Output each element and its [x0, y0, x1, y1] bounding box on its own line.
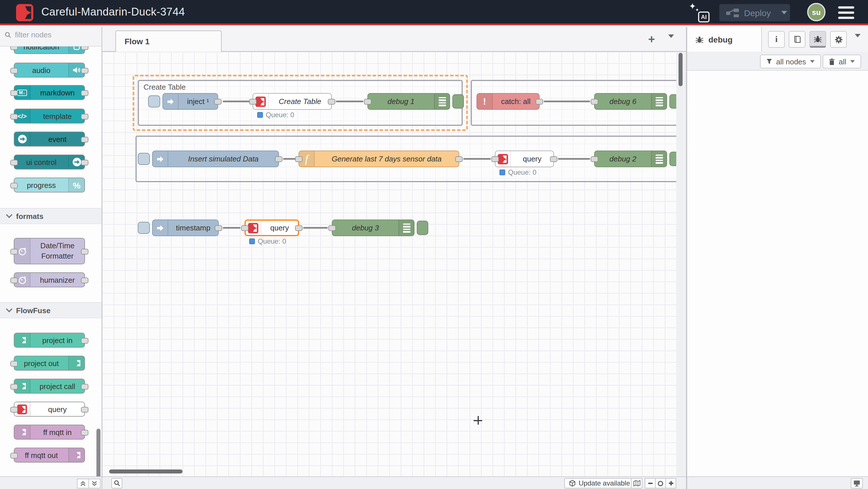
- node-create-table-query[interactable]: Create Table: [253, 93, 332, 110]
- node-debug-2[interactable]: debug 2: [594, 150, 667, 167]
- book-icon: [793, 35, 801, 44]
- input-port[interactable]: [364, 99, 371, 105]
- arrow-circle-icon: [14, 132, 30, 146]
- bug-icon: [813, 35, 822, 43]
- canvas-search-button[interactable]: [112, 478, 122, 488]
- input-port[interactable]: [249, 99, 257, 105]
- palette-footer: [0, 477, 102, 489]
- input-port[interactable]: [591, 99, 598, 105]
- zoom-in-button[interactable]: [665, 478, 676, 488]
- debug-toggle-button[interactable]: [417, 221, 428, 235]
- sidebar-tab-help-button[interactable]: [789, 31, 805, 48]
- palette-node-notification[interactable]: notification: [14, 47, 85, 54]
- main-menu-button[interactable]: [838, 6, 854, 19]
- palette-node-query[interactable]: query: [14, 402, 85, 416]
- minus-icon: [647, 480, 653, 486]
- open-window-button[interactable]: [851, 478, 863, 488]
- palette-node-template[interactable]: template </>: [14, 109, 85, 123]
- palette-node-progress[interactable]: progress %: [14, 177, 85, 193]
- ai-assistant-button[interactable]: ✦ ✦ AI: [689, 3, 710, 22]
- output-port[interactable]: [295, 225, 303, 231]
- node-debug-1[interactable]: debug 1: [367, 93, 450, 110]
- circle-icon: [657, 480, 663, 486]
- input-port[interactable]: [591, 156, 598, 162]
- palette-section-flowfuse[interactable]: FlowFuse: [0, 302, 102, 318]
- node-debug-3[interactable]: debug 3: [332, 220, 414, 236]
- input-port[interactable]: [329, 225, 336, 231]
- user-avatar[interactable]: su: [807, 3, 826, 21]
- palette-node-ui-control[interactable]: ui control: [14, 154, 85, 170]
- add-flow-button[interactable]: +: [645, 33, 658, 46]
- sidebar-tab-config-button[interactable]: [830, 31, 847, 48]
- wire[interactable]: [463, 158, 491, 160]
- sidebar-tab-debug[interactable]: debug: [687, 27, 762, 52]
- chevron-down-icon: [668, 34, 674, 48]
- input-port[interactable]: [241, 225, 249, 231]
- navigator-button[interactable]: [631, 478, 642, 488]
- gear-icon: [834, 35, 843, 44]
- output-port[interactable]: [536, 99, 543, 105]
- input-port[interactable]: [491, 156, 499, 162]
- sidebar-tab-info-button[interactable]: i: [768, 31, 785, 48]
- palette-collapse-all-button[interactable]: [77, 479, 89, 488]
- output-port[interactable]: [455, 156, 463, 162]
- palette-node-project-out[interactable]: project out: [14, 356, 85, 371]
- palette-expand-all-button[interactable]: [88, 479, 100, 488]
- palette-node-datetime-formatter[interactable]: Date/Time Formatter: [14, 238, 85, 264]
- flow-canvas[interactable]: Create Table inject ¹ Create Table Queue…: [102, 52, 686, 477]
- wire[interactable]: [223, 227, 241, 229]
- debug-toggle-button[interactable]: [453, 94, 464, 109]
- input-port[interactable]: [295, 156, 303, 162]
- palette-node-markdown[interactable]: markdown M↓: [14, 85, 85, 100]
- wire[interactable]: [544, 100, 590, 102]
- flowfuse-icon: [68, 448, 84, 462]
- output-port[interactable]: [328, 99, 335, 105]
- debug-filter-dropdown[interactable]: all nodes: [760, 55, 821, 68]
- palette-scrollbar[interactable]: [96, 429, 100, 477]
- node-inject-1[interactable]: inject ¹: [162, 93, 218, 110]
- palette-section-formats[interactable]: formats: [0, 208, 102, 224]
- palette-filter-input[interactable]: filter nodes: [5, 30, 51, 39]
- output-port[interactable]: [275, 156, 282, 162]
- output-port[interactable]: [215, 225, 222, 231]
- sidebar-tab-debug-button[interactable]: [809, 31, 826, 48]
- wire[interactable]: [558, 158, 590, 160]
- node-catch-all[interactable]: ! catch: all: [476, 93, 539, 110]
- output-port[interactable]: [550, 156, 557, 162]
- deploy-label: Deploy: [744, 8, 771, 18]
- canvas-vertical-scrollbar[interactable]: [679, 53, 683, 86]
- palette-node-ff-mqtt-out[interactable]: ff mqtt out: [14, 448, 85, 463]
- zoom-reset-button[interactable]: [655, 478, 666, 488]
- wire[interactable]: [223, 100, 253, 102]
- node-debug-6[interactable]: debug 6: [594, 93, 667, 110]
- node-timestamp[interactable]: timestamp: [152, 220, 219, 236]
- canvas-horizontal-scrollbar[interactable]: [109, 469, 183, 473]
- node-status: Queue: 0: [499, 168, 536, 176]
- debug-output-icon: [651, 151, 666, 167]
- flowfuse-icon: [14, 333, 30, 347]
- palette-node-ff-mqtt-in[interactable]: ff mqtt in: [14, 425, 85, 439]
- palette-node-project-in[interactable]: project in: [14, 333, 85, 348]
- inject-button[interactable]: [138, 153, 150, 165]
- tab-flow-1[interactable]: Flow 1: [115, 30, 222, 52]
- wire[interactable]: [303, 227, 328, 229]
- palette-node-event[interactable]: event: [14, 132, 85, 146]
- debug-clear-dropdown[interactable]: all: [823, 55, 861, 68]
- node-generate-function[interactable]: f Generate last 7 days sensor data: [299, 150, 459, 167]
- node-insert-simulated-data[interactable]: Insert simulated Data: [152, 150, 279, 167]
- node-query-selected[interactable]: query: [245, 220, 299, 236]
- inject-button[interactable]: [148, 95, 160, 108]
- deploy-button[interactable]: Deploy: [719, 4, 790, 21]
- wire[interactable]: [336, 100, 363, 102]
- update-available-button[interactable]: Update available: [564, 478, 634, 488]
- flow-list-button[interactable]: [668, 38, 674, 48]
- sidebar-menu-caret[interactable]: [855, 37, 861, 48]
- flowfuse-logo[interactable]: [16, 4, 33, 21]
- output-port[interactable]: [214, 99, 222, 105]
- palette-node-project-call[interactable]: project call: [14, 379, 85, 394]
- zoom-out-button[interactable]: [645, 478, 656, 488]
- palette-node-audio[interactable]: audio: [14, 63, 85, 78]
- palette-node-humanizer[interactable]: humanizer: [14, 272, 85, 287]
- node-query-mid[interactable]: query: [495, 150, 554, 167]
- inject-button[interactable]: [138, 222, 150, 234]
